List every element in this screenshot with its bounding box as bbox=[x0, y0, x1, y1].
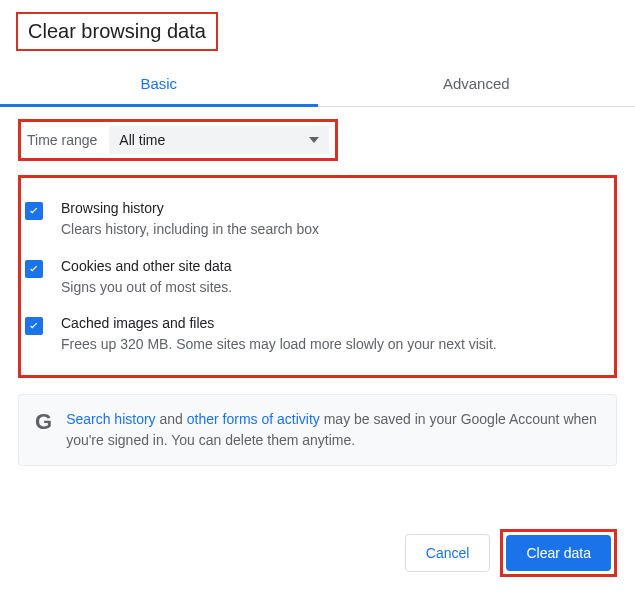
option-desc: Frees up 320 MB. Some sites may load mor… bbox=[61, 335, 602, 355]
option-desc: Signs you out of most sites. bbox=[61, 278, 602, 298]
cancel-button-label: Cancel bbox=[426, 545, 470, 561]
link-other-activity[interactable]: other forms of activity bbox=[187, 411, 320, 427]
google-logo-icon: G bbox=[35, 409, 52, 435]
checkbox-cached[interactable] bbox=[25, 317, 43, 335]
title-highlight: Clear browsing data bbox=[16, 12, 218, 51]
tab-advanced[interactable]: Advanced bbox=[318, 61, 636, 106]
dialog-buttons: Cancel Clear data bbox=[405, 529, 617, 577]
dialog-body: Time range All time Browsing history Cle… bbox=[0, 107, 635, 466]
clear-browsing-data-dialog: Clear browsing data Basic Advanced Time … bbox=[0, 0, 635, 466]
info-text: Search history and other forms of activi… bbox=[66, 409, 600, 451]
option-title: Browsing history bbox=[61, 200, 602, 216]
link-search-history[interactable]: Search history bbox=[66, 411, 155, 427]
timerange-highlight: Time range All time bbox=[18, 119, 338, 161]
cancel-button[interactable]: Cancel bbox=[405, 534, 491, 572]
option-cookies: Cookies and other site data Signs you ou… bbox=[25, 246, 602, 304]
option-text: Browsing history Clears history, includi… bbox=[61, 200, 602, 240]
option-browsing-history: Browsing history Clears history, includi… bbox=[25, 188, 602, 246]
option-title: Cookies and other site data bbox=[61, 258, 602, 274]
checkmark-icon bbox=[27, 319, 41, 333]
option-text: Cached images and files Frees up 320 MB.… bbox=[61, 315, 602, 355]
timerange-dropdown[interactable]: All time bbox=[109, 126, 329, 154]
clear-button-label: Clear data bbox=[526, 545, 591, 561]
info-mid: and bbox=[156, 411, 187, 427]
clear-data-button[interactable]: Clear data bbox=[506, 535, 611, 571]
tab-basic-label: Basic bbox=[140, 75, 177, 92]
checkbox-browsing-history[interactable] bbox=[25, 202, 43, 220]
option-title: Cached images and files bbox=[61, 315, 602, 331]
checkmark-icon bbox=[27, 262, 41, 276]
option-text: Cookies and other site data Signs you ou… bbox=[61, 258, 602, 298]
timerange-value: All time bbox=[119, 132, 165, 148]
checkmark-icon bbox=[27, 204, 41, 218]
tab-basic[interactable]: Basic bbox=[0, 61, 318, 106]
dialog-title: Clear browsing data bbox=[28, 20, 206, 43]
chevron-down-icon bbox=[309, 137, 319, 143]
checkbox-cookies[interactable] bbox=[25, 260, 43, 278]
tabs: Basic Advanced bbox=[0, 61, 635, 107]
tab-advanced-label: Advanced bbox=[443, 75, 510, 92]
option-cached: Cached images and files Frees up 320 MB.… bbox=[25, 303, 602, 361]
timerange-label: Time range bbox=[27, 132, 97, 148]
clear-button-highlight: Clear data bbox=[500, 529, 617, 577]
option-desc: Clears history, including in the search … bbox=[61, 220, 602, 240]
info-box: G Search history and other forms of acti… bbox=[18, 394, 617, 466]
options-highlight: Browsing history Clears history, includi… bbox=[18, 175, 617, 378]
